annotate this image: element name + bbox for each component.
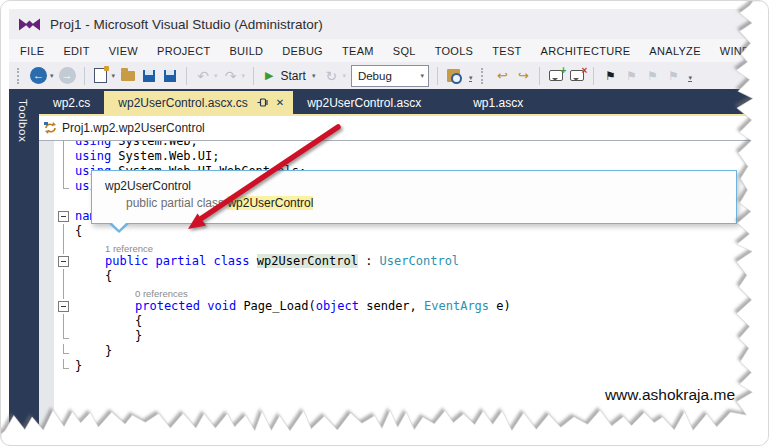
add-comment-icon [549,70,563,81]
menu-team[interactable]: TEAM [342,45,374,57]
codelens-references[interactable]: 1 reference [105,243,153,254]
menu-tools[interactable]: TOOLS [435,45,474,57]
save-icon [143,70,155,82]
navigate-back-dropdown-icon[interactable]: ▾ [50,72,54,80]
code-line: } [53,329,768,344]
find-in-files-icon [447,69,460,82]
menu-project[interactable]: PROJECT [157,45,210,57]
navigate-forward-button[interactable]: → [59,67,76,84]
code-line: { [53,269,768,284]
document-well: wp2.cswp2UserControl.ascx.cs✕wp2UserCont… [9,89,768,114]
undo-button[interactable]: ↶ [195,66,211,86]
tab-wp2UserControl.ascx.cs[interactable]: wp2UserControl.ascx.cs✕ [104,91,293,114]
save-all-icon [164,70,176,82]
codelens-references[interactable]: 0 references [135,288,188,299]
visual-studio-logo-icon [19,16,40,33]
solution-configurations-combo[interactable]: Debug ▾ [351,65,429,87]
new-file-dropdown-icon[interactable]: ▾ [112,72,116,80]
tab-label: wp2UserControl.ascx.cs [118,96,247,110]
indicator-margin[interactable] [39,141,54,445]
navigate-backward-code-button[interactable]: ↩ [494,66,510,86]
save-all-button[interactable] [162,66,178,86]
breadcrumb[interactable]: Proj1.wp2.wp2UserControl [39,116,768,141]
navigate-forward-code-button[interactable]: ↪ [515,66,531,86]
code-line: public partial class wp2UserControl : Us… [53,254,768,269]
fold-toggle-icon[interactable] [53,209,75,224]
fold-toggle-icon[interactable] [53,299,75,314]
new-file-button[interactable] [93,66,109,86]
code-line: { [53,224,768,239]
redo-button[interactable]: ↷ [223,66,239,86]
tab-label: wp2UserControl.ascx [307,96,421,110]
combo-dropdown-icon: ▾ [420,72,424,80]
tab-wp1.ascx[interactable]: wp1.ascx [459,91,537,114]
tooltip-signature: public partial class wp2UserControl [92,193,736,210]
start-label: Start [281,69,306,83]
menu-sql[interactable]: SQL [393,45,416,57]
toolbar-overflow-icon[interactable]: ▾ [469,70,473,82]
tooltip-highlighted-symbol: wp2UserControl [227,196,313,210]
outline-mark [53,344,75,359]
watermark-text: www.ashokraja.me [605,386,735,404]
solution-configuration-value: Debug [358,70,392,82]
user-control-class-icon [44,122,57,134]
close-icon[interactable]: ✕ [276,97,284,108]
codelens-line: 0 references [53,284,768,299]
find-in-files-button[interactable] [446,66,462,86]
tooltip-title: wp2UserControl [92,171,736,193]
save-button[interactable] [141,66,157,86]
toolbar-separator [539,67,540,85]
toolbar-separator [437,67,438,85]
add-comment-button[interactable] [548,66,564,86]
quick-info-tooltip: wp2UserControl public partial class wp2U… [91,170,737,224]
outline-mark [53,149,75,164]
code-line: protected void Page_Load(object sender, … [53,299,768,314]
fold-toggle-icon[interactable] [53,254,75,269]
title-bar: Proj1 - Microsoft Visual Studio (Adminis… [9,9,758,39]
menu-analyze[interactable]: ANALYZE [649,45,700,57]
code-line: { [53,314,768,329]
sidebar-item-toolbox[interactable]: Toolbox [17,99,29,142]
toolbar-overflow-icon[interactable]: ▾ [688,70,692,82]
menu-file[interactable]: FILE [20,45,44,57]
navigate-back-button[interactable]: ← [30,67,47,84]
menu-test[interactable]: TEST [492,45,521,57]
code-line: using System.Web.UI; [53,149,768,164]
tab-wp2.cs[interactable]: wp2.cs [39,91,104,114]
tab-wp2UserControl.ascx[interactable]: wp2UserControl.ascx [293,91,435,114]
redo-dropdown-icon: ▾ [242,72,246,80]
toggle-bookmark-button[interactable]: ⚑ [602,66,618,86]
toolbar-separator [253,67,254,85]
remove-comment-button[interactable] [569,66,585,86]
menu-view[interactable]: VIEW [109,45,138,57]
outline-mark [53,179,75,194]
toolbar: ← ▾ → ▾ ↶ ▾ ↷ ▾ ▶ Start ▾ ↻ ▾ Debug ▾ ▾ … [9,62,758,89]
outline-mark [53,359,75,374]
outline-mark [53,239,75,254]
refresh-button[interactable]: ↻ [323,66,339,86]
prev-bookmark-button[interactable]: ⚑ [623,66,639,86]
start-debug-button[interactable]: ▶ Start ▾ [262,66,318,86]
outline-mark [53,269,75,284]
open-folder-icon [121,71,135,81]
open-file-button[interactable] [120,66,136,86]
toolbar-grip[interactable] [481,68,487,84]
new-file-icon [94,68,107,83]
clear-bookmarks-button[interactable]: ⚑ [665,66,681,86]
toolbar-separator [593,67,594,85]
menu-bar: FILEEDITVIEWPROJECTBUILDDEBUGTEAMSQLTOOL… [9,39,758,62]
pin-icon[interactable] [257,97,269,108]
menu-debug[interactable]: DEBUG [282,45,323,57]
left-dock-strip: Toolbox [9,89,39,445]
code-line: } [53,344,768,359]
menu-edit[interactable]: EDIT [63,45,89,57]
menu-build[interactable]: BUILD [229,45,263,57]
window-title: Proj1 - Microsoft Visual Studio (Adminis… [50,17,323,32]
code-line: using System.Web; [53,141,768,149]
next-bookmark-button[interactable]: ⚑ [644,66,660,86]
outline-mark [53,194,75,209]
menu-window[interactable]: WINDOW [720,45,769,57]
menu-architecture[interactable]: ARCHITECTURE [541,45,631,57]
refresh-dropdown-icon: ▾ [342,72,346,80]
toolbar-grip[interactable] [17,68,23,84]
